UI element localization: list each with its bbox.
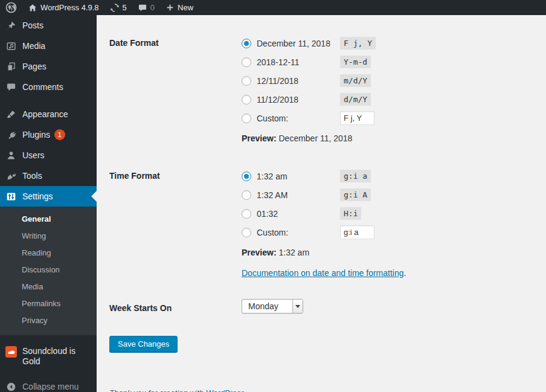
media-icon [5, 40, 17, 52]
time-format-label: Time Format [109, 167, 242, 281]
format-code: g:i A [340, 188, 371, 201]
submenu-item-privacy[interactable]: Privacy [0, 312, 97, 329]
update-count: 5 [123, 3, 127, 12]
date-format-option-4[interactable]: 11/12/2018 d/m/Y [242, 90, 534, 109]
docs-line: Documentation on date and time formattin… [242, 265, 534, 281]
plugins-update-badge: 1 [54, 129, 65, 140]
updates-indicator[interactable]: 5 [104, 0, 132, 15]
sidebar-item-label: Settings [22, 191, 53, 201]
sidebar-item-label: Plugins [22, 130, 50, 140]
wordpress-logo-menu[interactable] [0, 0, 22, 15]
time-format-option-3[interactable]: 01:32 H:i [242, 204, 534, 223]
time-format-custom-option[interactable]: Custom: [242, 223, 534, 242]
sidebar-item-soundcloud-is-gold[interactable]: Soundcloud is Gold [0, 341, 97, 371]
date-format-option-3[interactable]: 12/11/2018 m/d/Y [242, 71, 534, 90]
time-format-row: Time Format 1:32 am g:i a 1:32 AM g:i A … [109, 167, 534, 281]
wordpress-admin-screen: WordPress 4.9.8 5 0 New [0, 0, 546, 392]
pushpin-icon [5, 20, 17, 31]
date-format-label: Date Format [109, 34, 242, 146]
sidebar-item-label: Media [22, 41, 45, 51]
format-code: m/d/Y [340, 74, 371, 87]
radio-button[interactable] [242, 228, 251, 237]
week-starts-select[interactable]: Monday [242, 299, 303, 313]
date-format-custom-input[interactable] [340, 111, 374, 125]
format-code: F j, Y [340, 37, 376, 50]
format-code: g:i a [340, 170, 371, 182]
select-dropdown-arrow-icon [292, 300, 303, 313]
date-format-option-1[interactable]: December 11, 2018 F j, Y [242, 34, 534, 53]
sidebar-item-posts[interactable]: Posts [0, 15, 97, 36]
radio-button[interactable] [242, 39, 251, 48]
date-preview-value: December 11, 2018 [278, 133, 352, 143]
submenu-item-discussion[interactable]: Discussion [0, 262, 97, 278]
wordpress-logo-icon [5, 2, 17, 13]
date-format-row: Date Format December 11, 2018 F j, Y 201… [109, 34, 534, 146]
pages-icon [5, 61, 17, 72]
sidebar-item-label: Users [22, 150, 45, 160]
date-format-option-2[interactable]: 2018-12-11 Y-m-d [242, 53, 534, 71]
format-code: H:i [340, 207, 361, 220]
footer-credit: Thank you for creating with WordPress. [109, 388, 534, 392]
documentation-link[interactable]: Documentation on date and time formattin… [242, 268, 404, 278]
site-name-link[interactable]: WordPress 4.9.8 [22, 0, 104, 15]
sidebar-item-label: Tools [22, 171, 42, 181]
sidebar-item-appearance[interactable]: Appearance [0, 104, 97, 124]
format-code: d/m/Y [340, 93, 371, 106]
wordpress-footer-link[interactable]: WordPress [206, 388, 245, 392]
collapse-arrow-icon [5, 381, 17, 392]
update-icon [110, 3, 120, 13]
settings-submenu: General Writing Reading Discussion Media… [0, 207, 97, 335]
sidebar-item-plugins[interactable]: Plugins 1 [0, 124, 97, 145]
sidebar-item-label: Comments [22, 82, 63, 92]
sidebar-item-pages[interactable]: Pages [0, 56, 97, 77]
sidebar-item-media[interactable]: Media [0, 36, 97, 56]
current-menu-arrow [91, 191, 97, 202]
time-format-option-1[interactable]: 1:32 am g:i a [242, 167, 534, 185]
sidebar-item-tools[interactable]: Tools [0, 165, 97, 186]
wrench-icon [5, 170, 17, 182]
time-format-option-2[interactable]: 1:32 AM g:i A [242, 185, 534, 204]
sidebar-item-label: Soundcloud is Gold [22, 346, 85, 367]
date-format-custom-option[interactable]: Custom: [242, 109, 534, 127]
sidebar-item-users[interactable]: Users [0, 145, 97, 165]
sidebar-item-label: Collapse menu [22, 382, 79, 391]
admin-sidebar: Posts Media Pages [0, 15, 97, 392]
plugin-icon [5, 129, 17, 141]
radio-button[interactable] [242, 190, 251, 200]
settings-general-content: Date Format December 11, 2018 F j, Y 201… [97, 15, 546, 392]
user-icon [5, 150, 17, 161]
collapse-menu-button[interactable]: Collapse menu [0, 376, 97, 392]
time-preview: Preview: 1:32 am [242, 245, 534, 260]
time-format-custom-input[interactable] [340, 225, 374, 239]
submenu-item-permalinks[interactable]: Permalinks [0, 295, 97, 312]
paintbrush-icon [5, 109, 17, 120]
radio-button[interactable] [242, 57, 251, 67]
submenu-item-writing[interactable]: Writing [0, 228, 97, 245]
menu-separator [0, 97, 97, 104]
plus-icon [165, 3, 175, 12]
radio-button[interactable] [242, 209, 251, 219]
save-changes-button[interactable]: Save Changes [109, 336, 178, 352]
submenu-item-media[interactable]: Media [0, 278, 97, 295]
week-starts-label: Week Starts On [109, 299, 242, 313]
selected-option: Monday [242, 300, 292, 313]
radio-button[interactable] [242, 114, 251, 123]
settings-sliders-icon [5, 191, 17, 202]
new-label: New [178, 3, 193, 12]
radio-button[interactable] [242, 95, 251, 104]
soundcloud-icon [5, 346, 17, 358]
radio-button[interactable] [242, 172, 251, 181]
comment-count: 0 [150, 3, 155, 12]
format-code: Y-m-d [340, 56, 371, 68]
date-preview: Preview: December 11, 2018 [242, 130, 534, 146]
comments-indicator[interactable]: 0 [132, 0, 160, 15]
home-icon [28, 3, 37, 13]
new-content-button[interactable]: New [160, 0, 199, 15]
submenu-item-general[interactable]: General [0, 211, 97, 228]
sidebar-item-comments[interactable]: Comments [0, 77, 97, 97]
sidebar-item-settings[interactable]: Settings [0, 186, 97, 207]
admin-bar: WordPress 4.9.8 5 0 New [0, 0, 546, 15]
radio-button[interactable] [242, 76, 251, 86]
submenu-item-reading[interactable]: Reading [0, 245, 97, 262]
week-starts-row: Week Starts On Monday [109, 299, 534, 313]
